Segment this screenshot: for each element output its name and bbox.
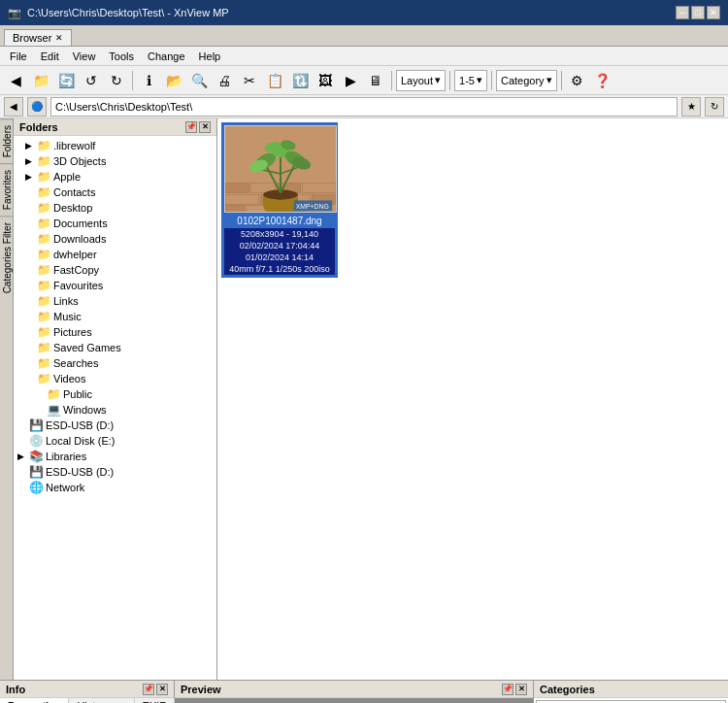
menu-edit[interactable]: Edit — [35, 50, 65, 63]
toolbar-settings-button[interactable]: ⚙ — [566, 69, 589, 92]
folder-icon-desktop: 📁 — [37, 201, 51, 215]
toolbar-info-button[interactable]: ℹ — [137, 69, 160, 92]
toolbar-copy-button[interactable]: 📋 — [263, 69, 286, 92]
toolbar-binoculars-button[interactable]: 🔍 — [187, 69, 211, 92]
toolbar-image-button[interactable]: 🖼 — [314, 69, 337, 92]
tree-item-fastcopy[interactable]: ▶ 📁 FastCopy — [14, 262, 216, 278]
file-thumbnail[interactable]: XMP+DNG 0102P1001487.dng 5208x3904 - 19,… — [221, 122, 338, 278]
browser-tab-close[interactable]: ✕ — [55, 33, 63, 43]
tree-item-searches[interactable]: ▶ 📁 Searches — [14, 355, 216, 371]
toolbar-back-button[interactable]: ◀ — [4, 69, 27, 92]
toolbar-convert-button[interactable]: 🔃 — [288, 69, 312, 92]
folder-icon-localdisk-e: 💿 — [29, 434, 44, 448]
size-arrow: ▾ — [477, 74, 482, 86]
tree-item-contacts[interactable]: ▶ 📁 Contacts — [14, 184, 216, 200]
tree-item-links[interactable]: ▶ 📁 Links — [14, 293, 216, 309]
browser-tab[interactable]: Browser ✕ — [4, 29, 72, 46]
toolbar-slideshow-button[interactable]: ▶ — [339, 69, 362, 92]
title-bar-controls[interactable]: ─ □ ✕ — [676, 6, 720, 19]
file-grid: XMP+DNG 0102P1001487.dng 5208x3904 - 19,… — [217, 118, 728, 680]
tree-item-esdusb-d2[interactable]: ▶ 💾 ESD-USB (D:) — [14, 464, 216, 480]
tree-item-desktop[interactable]: ▶ 📁 Desktop — [14, 200, 216, 216]
info-header-controls[interactable]: 📌 ✕ — [143, 684, 168, 695]
tree-item-downloads[interactable]: ▶ 📁 Downloads — [14, 231, 216, 247]
menu-help[interactable]: Help — [193, 50, 227, 63]
toolbar-open-button[interactable]: 📂 — [162, 69, 185, 92]
tree-item-esdusb-d[interactable]: ▶ 💾 ESD-USB (D:) — [14, 418, 216, 433]
preview-pin-button[interactable]: 📌 — [502, 684, 513, 695]
toolbar-refresh-button[interactable]: 🔄 — [54, 69, 78, 92]
tree-arrow-libraries[interactable]: ▶ — [17, 452, 27, 461]
toolbar-sep1 — [132, 71, 133, 90]
tree-label-documents: Documents — [53, 218, 108, 229]
tree-item-network[interactable]: ▶ 🌐 Network — [14, 480, 216, 495]
toolbar-folder-button[interactable]: 📁 — [29, 69, 52, 92]
info-tab-exif[interactable]: EXIF — [135, 698, 175, 703]
folders-pin-button[interactable]: 📌 — [185, 121, 197, 133]
toolbar-print-button[interactable]: 🖨 — [213, 69, 236, 92]
vtab-folders[interactable]: Folders — [0, 118, 13, 163]
vtab-categories-filter[interactable]: Categories Filter — [0, 216, 13, 299]
info-tab-histogram[interactable]: Histogram — [69, 698, 134, 703]
info-close-button[interactable]: ✕ — [156, 684, 168, 695]
layout-arrow: ▾ — [435, 74, 441, 86]
folders-header-controls[interactable]: 📌 ✕ — [185, 121, 211, 133]
info-tab-properties[interactable]: Properties — [0, 698, 69, 703]
tree-item-localdisk-e[interactable]: ▶ 💿 Local Disk (E:) — [14, 433, 216, 449]
address-input[interactable] — [50, 97, 678, 117]
tree-item-videos[interactable]: ▶ 📁 Videos — [14, 371, 216, 386]
tree-label-favourites: Favourites — [53, 280, 103, 291]
categories-panel: Categories Audios Drawings Icons — [534, 681, 728, 703]
preview-close-button[interactable]: ✕ — [515, 684, 527, 695]
category-dropdown[interactable]: Category ▾ — [496, 70, 557, 91]
tree-item-favourites[interactable]: ▶ 📁 Favourites — [14, 278, 216, 293]
toolbar-refresh2-button[interactable]: ↺ — [80, 69, 103, 92]
menu-tools[interactable]: Tools — [103, 50, 140, 63]
folders-panel: Folders 📌 ✕ ▶ 📁 .librewolf ▶ 📁 3D Object… — [14, 118, 217, 680]
tree-item-pictures[interactable]: ▶ 📁 Pictures — [14, 324, 216, 340]
file-thumb-dimensions: 5208x3904 - 19,140 — [224, 228, 335, 240]
folder-icon-esdusb-d2: 💾 — [29, 465, 44, 479]
tree-item-3dobjects[interactable]: ▶ 📁 3D Objects — [14, 153, 216, 169]
maximize-button[interactable]: □ — [691, 6, 705, 19]
tree-item-dwhelper[interactable]: ▶ 📁 dwhelper — [14, 247, 216, 262]
folders-close-button[interactable]: ✕ — [199, 121, 211, 133]
tree-arrow-3dobjects[interactable]: ▶ — [25, 156, 35, 166]
preview-header: Preview 📌 ✕ — [175, 681, 533, 698]
tree-label-videos: Videos — [53, 373, 85, 385]
app-icon: 📷 — [8, 7, 21, 19]
address-nav-icon[interactable]: 🔵 — [27, 97, 47, 117]
size-dropdown[interactable]: 1-5 ▾ — [454, 70, 487, 91]
minimize-button[interactable]: ─ — [676, 6, 689, 19]
toolbar-help-button[interactable]: ❓ — [591, 69, 614, 92]
tree-item-documents[interactable]: ▶ 📁 Documents — [14, 216, 216, 231]
folder-icon-public: 📁 — [47, 387, 61, 401]
tree-arrow-apple[interactable]: ▶ — [25, 172, 35, 182]
tree-item-public[interactable]: ▶ 📁 Public — [14, 386, 216, 402]
tree-item-apple[interactable]: ▶ 📁 Apple — [14, 169, 216, 184]
layout-dropdown[interactable]: Layout ▾ — [396, 70, 446, 91]
close-button[interactable]: ✕ — [707, 6, 720, 19]
toolbar-monitor-button[interactable]: 🖥 — [364, 69, 387, 92]
menu-change[interactable]: Change — [142, 50, 191, 63]
tree-label-downloads: Downloads — [53, 233, 106, 245]
tree-arrow-librewolf[interactable]: ▶ — [25, 141, 35, 151]
address-star-button[interactable]: ★ — [681, 97, 701, 117]
tree-item-librewolf[interactable]: ▶ 📁 .librewolf — [14, 138, 216, 153]
menu-view[interactable]: View — [67, 50, 102, 63]
tree-item-windows[interactable]: ▶ 💻 Windows — [14, 402, 216, 418]
tree-item-libraries[interactable]: ▶ 📚 Libraries — [14, 449, 216, 464]
address-refresh-button[interactable]: ↻ — [705, 97, 724, 117]
preview-header-controls[interactable]: 📌 ✕ — [502, 684, 527, 695]
vtab-favorites[interactable]: Favorites — [0, 163, 13, 216]
info-pin-button[interactable]: 📌 — [143, 684, 154, 695]
folder-icon-librewolf: 📁 — [37, 139, 51, 152]
address-back-button[interactable]: ◀ — [4, 97, 23, 117]
toolbar-rotate-button[interactable]: ↻ — [105, 69, 128, 92]
tree-label-localdisk-e: Local Disk (E:) — [46, 435, 116, 447]
menu-file[interactable]: File — [4, 50, 33, 63]
file-thumb-label: 0102P1001487.dng — [224, 214, 335, 228]
toolbar-cut-button[interactable]: ✂ — [238, 69, 261, 92]
tree-item-music[interactable]: ▶ 📁 Music — [14, 309, 216, 324]
tree-item-savedgames[interactable]: ▶ 📁 Saved Games — [14, 340, 216, 355]
